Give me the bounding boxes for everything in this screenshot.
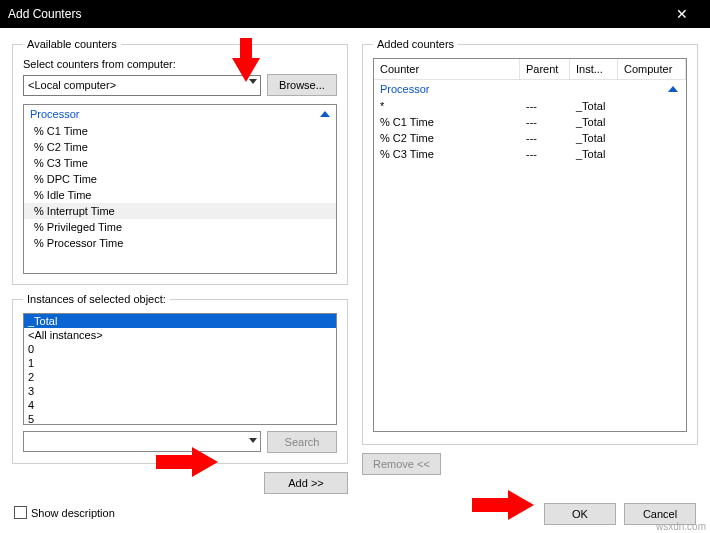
col-inst[interactable]: Inst... xyxy=(570,59,618,79)
counter-item[interactable]: % Processor Time xyxy=(24,235,336,251)
ok-button[interactable]: OK xyxy=(544,503,616,525)
counter-group-header[interactable]: Processor xyxy=(24,105,336,123)
instances-list[interactable]: _Total<All instances>012345 xyxy=(23,313,337,425)
col-computer[interactable]: Computer xyxy=(618,59,686,79)
remove-button[interactable]: Remove << xyxy=(362,453,441,475)
show-description-label: Show description xyxy=(31,507,115,519)
counter-item[interactable]: % C2 Time xyxy=(24,139,336,155)
cell-inst: _Total xyxy=(570,131,618,145)
cell-computer xyxy=(618,99,686,113)
available-fieldset: Available counters Select counters from … xyxy=(12,38,348,285)
show-description-checkbox[interactable] xyxy=(14,506,27,519)
table-row[interactable]: *---_Total xyxy=(374,98,686,114)
cell-inst: _Total xyxy=(570,147,618,161)
select-computer-label: Select counters from computer: xyxy=(23,58,337,70)
instance-item[interactable]: 0 xyxy=(24,342,336,356)
instance-item[interactable]: <All instances> xyxy=(24,328,336,342)
show-description-row: Show description xyxy=(14,506,115,519)
instance-item[interactable]: 4 xyxy=(24,398,336,412)
window-title: Add Counters xyxy=(8,7,81,21)
watermark: wsxdn.com xyxy=(656,521,706,532)
instance-item[interactable]: 3 xyxy=(24,384,336,398)
counter-item[interactable]: % Idle Time xyxy=(24,187,336,203)
close-icon[interactable]: ✕ xyxy=(662,6,702,22)
table-header: Counter Parent Inst... Computer xyxy=(374,59,686,80)
added-group-header[interactable]: Processor xyxy=(374,80,686,98)
counter-group-label: Processor xyxy=(30,108,80,120)
table-row[interactable]: % C3 Time---_Total xyxy=(374,146,686,162)
instance-item[interactable]: 2 xyxy=(24,370,336,384)
counter-item[interactable]: % C3 Time xyxy=(24,155,336,171)
added-panel: Added counters Counter Parent Inst... Co… xyxy=(362,38,698,494)
added-list[interactable]: Counter Parent Inst... Computer Processo… xyxy=(373,58,687,432)
cell-parent: --- xyxy=(520,115,570,129)
search-button[interactable]: Search xyxy=(267,431,337,453)
instance-item[interactable]: 5 xyxy=(24,412,336,425)
chevron-down-icon xyxy=(249,79,257,84)
col-parent[interactable]: Parent xyxy=(520,59,570,79)
browse-button[interactable]: Browse... xyxy=(267,74,337,96)
cell-computer xyxy=(618,147,686,161)
counter-item[interactable]: % Interrupt Time xyxy=(24,203,336,219)
chevron-down-icon xyxy=(249,438,257,443)
cell-inst: _Total xyxy=(570,99,618,113)
cell-inst: _Total xyxy=(570,115,618,129)
cell-counter: * xyxy=(374,99,520,113)
instances-fieldset: Instances of selected object: _Total<All… xyxy=(12,293,348,464)
computer-combo-value: <Local computer> xyxy=(28,79,116,91)
cell-parent: --- xyxy=(520,99,570,113)
counter-item[interactable]: % Privileged Time xyxy=(24,219,336,235)
cell-parent: --- xyxy=(520,131,570,145)
added-fieldset: Added counters Counter Parent Inst... Co… xyxy=(362,38,698,445)
add-button[interactable]: Add >> xyxy=(264,472,348,494)
cell-computer xyxy=(618,115,686,129)
available-legend: Available counters xyxy=(23,38,121,50)
cell-computer xyxy=(618,131,686,145)
table-row[interactable]: % C1 Time---_Total xyxy=(374,114,686,130)
search-combo[interactable] xyxy=(23,431,261,452)
cell-counter: % C3 Time xyxy=(374,147,520,161)
added-group-label: Processor xyxy=(380,83,430,95)
added-legend: Added counters xyxy=(373,38,458,50)
chevron-up-icon xyxy=(320,111,330,117)
available-panel: Available counters Select counters from … xyxy=(12,38,348,494)
counter-item[interactable]: % C1 Time xyxy=(24,123,336,139)
cell-counter: % C1 Time xyxy=(374,115,520,129)
instance-item[interactable]: 1 xyxy=(24,356,336,370)
cell-counter: % C2 Time xyxy=(374,131,520,145)
computer-combo[interactable]: <Local computer> xyxy=(23,75,261,96)
chevron-up-icon xyxy=(668,86,678,92)
col-counter[interactable]: Counter xyxy=(374,59,520,79)
instance-item[interactable]: _Total xyxy=(24,314,336,328)
table-row[interactable]: % C2 Time---_Total xyxy=(374,130,686,146)
instances-legend: Instances of selected object: xyxy=(23,293,170,305)
titlebar: Add Counters ✕ xyxy=(0,0,710,28)
counter-item[interactable]: % DPC Time xyxy=(24,171,336,187)
cell-parent: --- xyxy=(520,147,570,161)
counters-list[interactable]: Processor % C1 Time% C2 Time% C3 Time% D… xyxy=(23,104,337,274)
